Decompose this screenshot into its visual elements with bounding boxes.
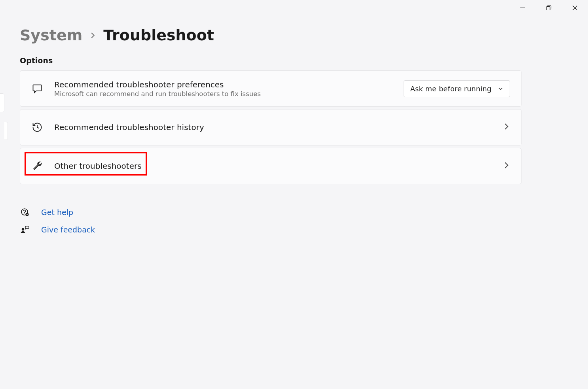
feedback-icon [20,225,30,235]
chevron-right-icon [89,32,96,39]
card-recommended-preferences: Recommended troubleshooter preferences M… [20,70,522,107]
close-button[interactable] [562,0,588,16]
wrench-icon [31,160,43,172]
card-recommended-history[interactable]: Recommended troubleshooter history [20,109,522,145]
preferences-dropdown[interactable]: Ask me before running [404,80,510,97]
get-help-link[interactable]: Get help [20,207,522,217]
link-label: Get help [41,208,73,217]
link-label: Give feedback [41,225,95,234]
chevron-right-icon [503,123,510,132]
card-title: Other troubleshooters [54,161,492,171]
chevron-right-icon [503,162,510,170]
breadcrumb: System Troubleshoot [20,28,522,43]
chat-bubble-icon [31,83,43,94]
card-subtitle: Microsoft can recommend and run troubles… [54,90,393,98]
sidebar-peek [0,93,4,112]
card-title: Recommended troubleshooter preferences [54,80,393,89]
card-other-troubleshooters[interactable]: Other troubleshooters [20,148,522,184]
svg-point-10 [22,228,24,230]
maximize-button[interactable] [536,0,562,16]
history-icon [31,121,43,133]
dropdown-value: Ask me before running [410,85,491,93]
svg-rect-2 [546,7,550,10]
page-content: System Troubleshoot Options Recommended … [20,28,522,235]
card-title: Recommended troubleshooter history [54,123,492,132]
page-title: Troubleshoot [103,28,214,43]
help-links: Get help Give feedback [20,207,522,235]
options-list: Recommended troubleshooter preferences M… [20,70,522,184]
sidebar-peek [4,122,8,140]
window-controls [510,0,588,16]
give-feedback-link[interactable]: Give feedback [20,225,522,235]
help-icon [20,207,30,217]
breadcrumb-parent[interactable]: System [20,28,82,43]
svg-point-6 [24,213,25,214]
minimize-button[interactable] [510,0,536,16]
section-label: Options [20,56,522,65]
chevron-down-icon [498,85,503,93]
svg-rect-11 [25,226,29,228]
